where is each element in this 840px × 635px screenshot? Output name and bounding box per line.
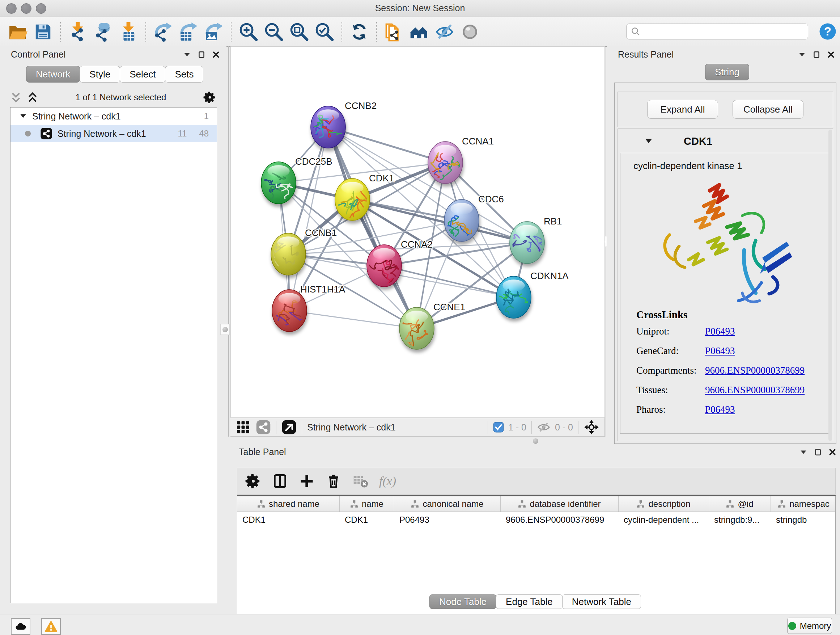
network-edge[interactable] [328,127,417,328]
zoom-selected-button[interactable] [314,21,335,42]
search-box[interactable] [626,24,808,40]
tab-string[interactable]: String [705,64,749,80]
network-graph[interactable]: CCNB2CCNA1CDC25BCDK1CDC6RB1CCNB1CCNA2CDK… [231,47,605,417]
column-header-name[interactable]: name [340,496,394,511]
share-network-icon[interactable] [256,420,271,435]
import-string-document-button[interactable] [384,21,404,42]
show-columns-icon[interactable] [272,473,288,489]
close-panel-icon[interactable] [212,51,220,59]
help-button[interactable]: ? [819,22,837,41]
warnings-button[interactable] [41,618,61,635]
collection-expander-icon[interactable] [19,112,27,120]
collapse-all-button[interactable]: Collapse All [733,100,804,119]
column-header--id[interactable]: @id [709,496,771,511]
crosslink-link[interactable]: P06493 [705,404,735,415]
results-scrollbar[interactable] [829,130,832,441]
export-image-button[interactable] [203,21,224,42]
network-row[interactable]: String Network – cdk1 11 48 [11,125,217,142]
show-eye-button[interactable] [459,21,480,42]
table-close-icon[interactable] [829,448,836,456]
table-cell[interactable]: stringdb [771,512,836,528]
column-header-shared-name[interactable]: shared name [237,496,340,511]
import-table-file-button[interactable] [118,21,139,42]
open-in-new-window-icon[interactable] [281,420,297,435]
column-header-namespac[interactable]: namespac [771,496,836,511]
refresh-network-button[interactable] [349,21,370,42]
tab-edge-table[interactable]: Edge Table [496,594,562,609]
hidden-eye-icon[interactable] [537,420,551,434]
network-edge[interactable] [289,310,417,328]
delete-column-trash-icon[interactable] [325,473,341,489]
table-menu-icon[interactable] [799,448,807,456]
open-session-button[interactable] [7,21,28,42]
function-builder-icon[interactable]: f(x) [379,474,396,488]
column-header-canonical-name[interactable]: canonical name [394,496,501,511]
import-network-file-button[interactable] [67,21,88,42]
birdseye-grid-icon[interactable] [236,420,250,434]
tab-select[interactable]: Select [120,66,165,82]
network-collection-row[interactable]: String Network – cdk1 1 [11,108,217,125]
table-row[interactable]: CDK1CDK1P064939606.ENSP00000378699cyclin… [237,512,835,528]
network-node-HIST1H1A[interactable] [272,290,310,332]
table-cell[interactable]: CDK1 [237,512,340,528]
table-settings-gear-icon[interactable] [245,473,261,489]
zoom-out-button[interactable] [264,21,284,42]
bottom-splitter-handle[interactable] [533,439,538,444]
protein-entry-header[interactable]: CDK1 [618,131,833,151]
import-network-database-button[interactable] [93,21,114,42]
network-node-CDC25B[interactable] [261,162,296,204]
results-close-icon[interactable] [827,51,835,59]
table-cell[interactable]: CDK1 [340,512,394,528]
fit-selected-move-icon[interactable] [584,419,600,435]
help-icon: ? [819,22,837,41]
expand-all-button[interactable]: Expand All [647,100,718,119]
network-edge[interactable] [384,266,514,297]
table-cell[interactable]: P06493 [394,512,501,528]
table-cell[interactable]: 9606.ENSP00000378699 [501,512,619,528]
column-header-database-identifier[interactable]: database identifier [501,496,619,511]
network-edge[interactable] [328,127,445,163]
export-table-button[interactable] [178,21,199,42]
network-node-CDC6[interactable] [444,200,479,241]
zoom-in-button[interactable] [238,21,259,42]
network-view[interactable]: CCNB2CCNA1CDC25BCDK1CDC6RB1CCNB1CCNA2CDK… [231,46,605,418]
add-column-icon[interactable] [299,473,315,489]
selected-checkbox-icon[interactable] [493,422,504,432]
float-panel-icon[interactable] [197,51,205,59]
left-splitter-handle[interactable] [220,324,230,335]
zoom-fit-button[interactable] [289,21,309,42]
table-cell[interactable]: stringdb:9... [709,512,771,528]
crosslink-link[interactable]: 9606.ENSP00000378699 [705,365,805,376]
delete-table-icon[interactable] [352,473,368,489]
crosslink-link[interactable]: 9606.ENSP00000378699 [705,385,805,396]
cloud-status-button[interactable] [11,618,30,635]
network-node-CCNB1[interactable] [271,233,306,275]
expand-all-tree-icon[interactable] [27,92,38,103]
collapse-all-tree-icon[interactable] [10,92,22,103]
export-network-button[interactable] [153,21,174,42]
table-float-icon[interactable] [814,448,822,456]
results-float-icon[interactable] [813,51,821,59]
tab-sets[interactable]: Sets [165,66,203,82]
string-home-button[interactable] [409,21,430,42]
entry-expander-icon[interactable] [644,136,653,146]
network-node-CCNE1[interactable] [393,307,434,349]
crosslink-link[interactable]: P06493 [705,345,735,356]
column-header-description[interactable]: description [619,496,709,511]
memory-button[interactable]: Memory [787,618,832,634]
results-menu-icon[interactable] [798,51,806,59]
left-splitter[interactable] [228,46,229,437]
search-input[interactable] [640,26,808,37]
network-options-gear-icon[interactable] [203,91,216,104]
crosslink-link[interactable]: P06493 [705,326,735,337]
panel-menu-icon[interactable] [183,51,191,59]
network-node-CDKN1A[interactable] [496,276,534,320]
save-session-button[interactable] [33,21,54,42]
tab-network[interactable]: Network [26,66,80,82]
tab-node-table[interactable]: Node Table [429,594,496,609]
network-edge[interactable] [289,127,328,310]
table-cell[interactable]: cyclin-dependent ... [619,512,709,528]
tab-network-table[interactable]: Network Table [562,594,641,609]
tab-style[interactable]: Style [80,66,120,82]
hide-eye-button[interactable] [434,21,455,42]
